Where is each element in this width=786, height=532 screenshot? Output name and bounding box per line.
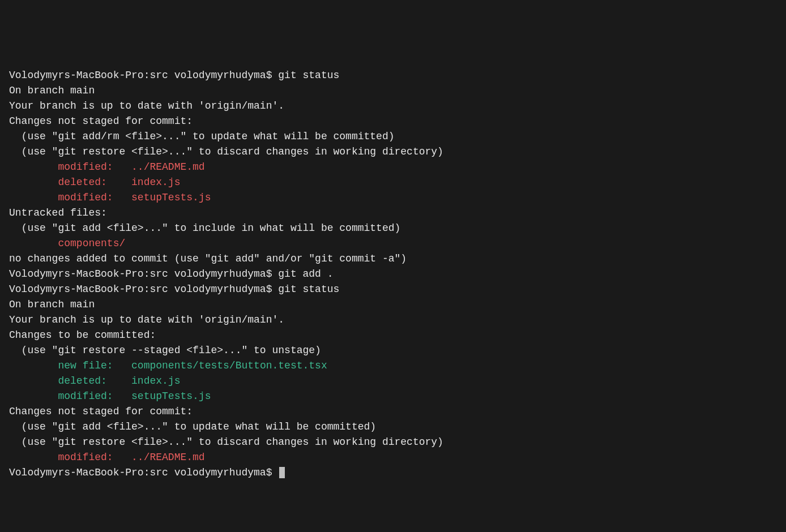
terminal-text-segment: [9, 238, 58, 249]
terminal-text-segment: Changes not staged for commit:: [9, 115, 193, 127]
terminal-text-segment: Your branch is up to date with 'origin/m…: [9, 314, 284, 325]
terminal-line: deleted: index.js: [9, 374, 777, 389]
terminal-line: Volodymyrs-MacBook-Pro:src volodymyrhudy…: [9, 465, 777, 480]
terminal-line: Volodymyrs-MacBook-Pro:src volodymyrhudy…: [9, 68, 777, 83]
terminal-text-segment: Changes not staged for commit:: [9, 406, 193, 417]
cursor-icon: [279, 467, 285, 478]
terminal-line: modified: ../README.md: [9, 450, 777, 465]
terminal-text-segment: deleted: index.js: [58, 375, 180, 387]
terminal-line: Volodymyrs-MacBook-Pro:src volodymyrhudy…: [9, 282, 777, 297]
terminal-text-segment: Volodymyrs-MacBook-Pro:src volodymyrhudy…: [9, 467, 278, 478]
terminal-text-segment: new file: components/tests/Button.test.t…: [58, 360, 327, 371]
terminal-text-segment: modified: setupTests.js: [58, 192, 211, 203]
terminal-line: modified: setupTests.js: [9, 190, 777, 205]
terminal-line: (use "git add/rm <file>..." to update wh…: [9, 129, 777, 144]
terminal-text-segment: (use "git restore <file>..." to discard …: [9, 146, 443, 157]
terminal-text-segment: [9, 452, 58, 463]
terminal-text-segment: [9, 177, 58, 188]
terminal-line: Changes not staged for commit:: [9, 114, 777, 129]
terminal-text-segment: deleted: index.js: [58, 177, 180, 188]
terminal-line: deleted: index.js: [9, 175, 777, 190]
terminal-text-segment: [9, 391, 58, 402]
terminal-text-segment: [9, 192, 58, 203]
terminal-text-segment: Your branch is up to date with 'origin/m…: [9, 100, 284, 111]
terminal-line: Changes not staged for commit:: [9, 404, 777, 419]
terminal-text-segment: modified: setupTests.js: [58, 391, 211, 402]
terminal-line: Changes to be committed:: [9, 328, 777, 343]
terminal-line: (use "git restore --staged <file>..." to…: [9, 343, 777, 358]
terminal-text-segment: Changes to be committed:: [9, 329, 156, 341]
terminal-text-segment: modified: ../README.md: [58, 452, 204, 463]
terminal-text-segment: (use "git restore --staged <file>..." to…: [9, 345, 321, 356]
terminal-text-segment: [9, 161, 58, 173]
terminal-text-segment: (use "git add <file>..." to update what …: [9, 421, 376, 432]
terminal-text-segment: Volodymyrs-MacBook-Pro:src volodymyrhudy…: [9, 70, 339, 81]
terminal-text-segment: Volodymyrs-MacBook-Pro:src volodymyrhudy…: [9, 268, 334, 280]
terminal-line: (use "git add <file>..." to include in w…: [9, 221, 777, 236]
terminal-text-segment: (use "git add/rm <file>..." to update wh…: [9, 131, 395, 142]
terminal-line: On branch main: [9, 297, 777, 312]
terminal-text-segment: [9, 360, 58, 371]
terminal-line: new file: components/tests/Button.test.t…: [9, 358, 777, 374]
terminal-line: (use "git restore <file>..." to discard …: [9, 435, 777, 450]
terminal-line: Your branch is up to date with 'origin/m…: [9, 98, 777, 114]
terminal-line: (use "git add <file>..." to update what …: [9, 419, 777, 435]
terminal-text-segment: modified: ../README.md: [58, 161, 204, 173]
terminal-text-segment: On branch main: [9, 299, 95, 310]
terminal-text-segment: Volodymyrs-MacBook-Pro:src volodymyrhudy…: [9, 284, 339, 295]
terminal-text-segment: On branch main: [9, 85, 95, 96]
terminal-line: Your branch is up to date with 'origin/m…: [9, 312, 777, 328]
terminal-line: modified: setupTests.js: [9, 389, 777, 404]
terminal-line: (use "git restore <file>..." to discard …: [9, 144, 777, 160]
terminal-line: modified: ../README.md: [9, 160, 777, 175]
terminal-line: Untracked files:: [9, 205, 777, 221]
terminal-text-segment: [9, 375, 58, 387]
terminal-line: Volodymyrs-MacBook-Pro:src volodymyrhudy…: [9, 267, 777, 282]
terminal-text-segment: components/: [58, 238, 125, 249]
terminal-output[interactable]: Volodymyrs-MacBook-Pro:src volodymyrhudy…: [9, 68, 777, 480]
terminal-line: components/: [9, 236, 777, 251]
terminal-text-segment: no changes added to commit (use "git add…: [9, 253, 407, 264]
terminal-text-segment: Untracked files:: [9, 207, 107, 218]
terminal-text-segment: (use "git add <file>..." to include in w…: [9, 222, 400, 234]
terminal-line: no changes added to commit (use "git add…: [9, 251, 777, 267]
terminal-text-segment: (use "git restore <file>..." to discard …: [9, 436, 443, 448]
terminal-line: On branch main: [9, 83, 777, 98]
